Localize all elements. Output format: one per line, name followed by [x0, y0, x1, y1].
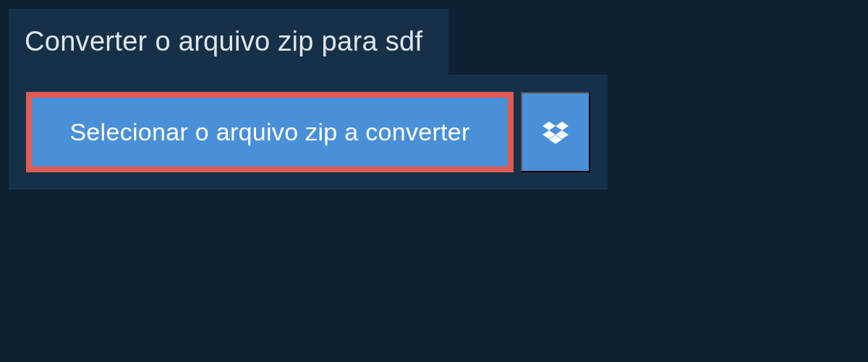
select-file-button-label: Selecionar o arquivo zip a converter [69, 118, 469, 146]
converter-container: Converter o arquivo zip para sdf Selecio… [0, 0, 868, 190]
dropbox-button[interactable] [521, 92, 590, 172]
button-row: Selecionar o arquivo zip a converter [9, 75, 608, 190]
page-title: Converter o arquivo zip para sdf [9, 9, 448, 75]
dropbox-icon [542, 119, 569, 146]
page-title-text: Converter o arquivo zip para sdf [25, 26, 422, 56]
select-file-button[interactable]: Selecionar o arquivo zip a converter [26, 92, 514, 172]
